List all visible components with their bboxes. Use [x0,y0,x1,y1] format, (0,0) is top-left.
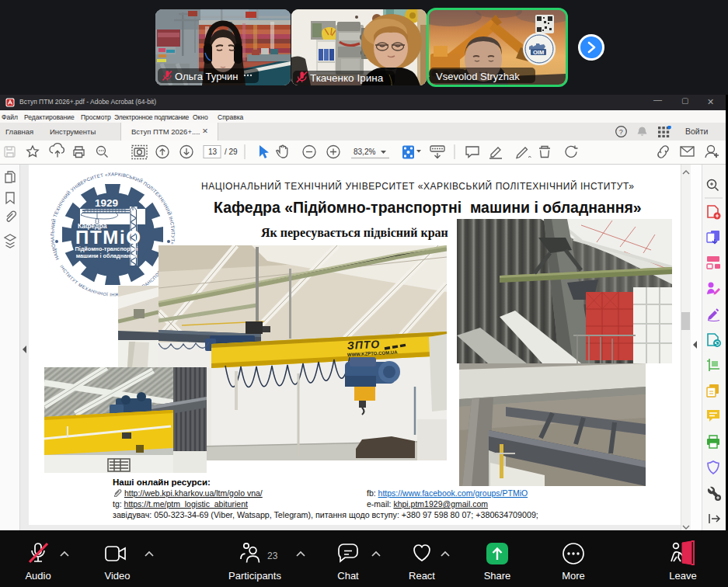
svg-text:23: 23 [267,551,278,561]
svg-text:13: 13 [208,148,218,156]
svg-text:?: ? [619,128,623,136]
svg-text:ПТМіО: ПТМіО [75,227,141,248]
svg-text:1929: 1929 [95,197,118,209]
svg-text:машини і обладнання: машини і обладнання [76,252,138,259]
svg-text:OIM: OIM [533,49,544,56]
svg-text:Audio: Audio [25,570,51,582]
svg-text:Share: Share [484,570,511,582]
svg-text:/ 29: / 29 [225,148,238,156]
svg-text:ЗПТО: ЗПТО [347,338,380,352]
svg-text:Participants: Participants [228,570,281,582]
svg-text:Підйомно-транспортні: Підйомно-транспортні [75,245,138,252]
svg-text:More: More [562,570,585,582]
svg-text:Vsevolod Stryzhak: Vsevolod Stryzhak [436,71,520,82]
svg-text:83,2%: 83,2% [354,148,375,156]
svg-text:Video: Video [104,570,130,582]
svg-text:Ткаченко Ірина: Ткаченко Ірина [310,72,384,84]
svg-text:Chat: Chat [337,570,359,582]
svg-text:React: React [409,570,435,582]
svg-text:Leave: Leave [669,570,696,582]
svg-text:Ольга Турчин: Ольга Турчин [175,71,238,82]
